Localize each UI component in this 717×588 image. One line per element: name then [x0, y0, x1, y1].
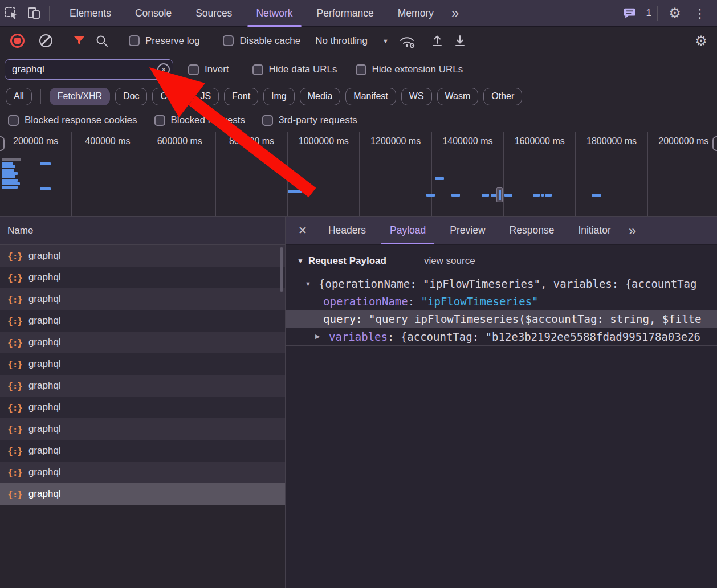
checkbox[interactable]	[262, 115, 273, 126]
details-more-tabs-icon[interactable]: »	[623, 217, 642, 244]
chip-fetch-xhr[interactable]: Fetch/XHR	[50, 88, 110, 105]
label: Blocked requests	[171, 115, 245, 126]
hide-data-urls-checkbox[interactable]: Hide data URLs	[252, 64, 337, 75]
details-tab-response[interactable]: Response	[498, 217, 567, 244]
details-tab-headers[interactable]: Headers	[316, 217, 378, 244]
request-name: graphql	[28, 250, 61, 262]
request-name: graphql	[28, 402, 61, 413]
settings-gear-icon[interactable]: ⚙	[663, 2, 686, 24]
disable-cache-checkbox[interactable]: Disable cache	[223, 35, 300, 47]
payload-token: :	[408, 295, 421, 308]
network-overview-timeline[interactable]: 200000 ms400000 ms600000 ms800000 ms1000…	[0, 132, 717, 217]
chip-manifest[interactable]: Manifest	[345, 88, 396, 105]
details-tab-bar: ✕ HeadersPayloadPreviewResponseInitiator…	[286, 217, 717, 245]
name-column-header[interactable]: Name	[0, 217, 285, 245]
export-har-icon[interactable]	[449, 30, 471, 52]
blocked-requests-checkbox[interactable]: Blocked requests	[154, 115, 245, 126]
request-name: graphql	[28, 380, 61, 391]
chip-ws[interactable]: WS	[401, 88, 432, 105]
3rd-party-requests-checkbox[interactable]: 3rd-party requests	[262, 115, 357, 126]
more-tabs-icon[interactable]: »	[446, 6, 465, 20]
filter-icon[interactable]	[68, 30, 91, 52]
timeline-request-bar	[504, 194, 512, 197]
tab-elements[interactable]: Elements	[58, 0, 123, 27]
tab-console[interactable]: Console	[123, 0, 184, 27]
checkbox[interactable]	[252, 64, 263, 75]
overview-left-grip[interactable]	[0, 136, 5, 151]
network-conditions-icon[interactable]	[396, 30, 418, 52]
chip-media[interactable]: Media	[300, 88, 341, 105]
payload-line[interactable]: query: "query ipFlowTimeseries($accountT…	[286, 310, 717, 328]
request-row[interactable]: {:}graphql	[0, 375, 285, 397]
scrollbar-thumb[interactable]	[280, 247, 283, 292]
request-row[interactable]: {:}graphql	[0, 288, 285, 310]
collapse-disclosure-icon[interactable]: ▼	[305, 280, 315, 287]
invert-checkbox[interactable]: Invert	[188, 64, 229, 75]
request-row[interactable]: {:}graphql	[0, 397, 285, 418]
checkbox[interactable]	[223, 35, 234, 46]
chip-wasm[interactable]: Wasm	[437, 88, 479, 105]
timeline-tick-label: 1400000 ms	[432, 132, 504, 217]
checkbox[interactable]	[356, 64, 366, 75]
blocked-response-cookies-checkbox[interactable]: Blocked response cookies	[8, 115, 137, 126]
payload-tree: ▼{operationName: "ipFlowTimeseries", var…	[286, 275, 717, 346]
request-row[interactable]: {:}graphql	[0, 462, 285, 483]
search-icon[interactable]	[91, 30, 113, 52]
fetch-xhr-icon: {:}	[7, 424, 22, 435]
view-source-link[interactable]: view source	[424, 255, 475, 267]
timeline-request-bar	[40, 162, 51, 165]
expand-disclosure-icon[interactable]: ▶	[315, 333, 325, 340]
timeline-request-bar	[545, 194, 552, 197]
request-row[interactable]: {:}graphql	[0, 332, 285, 353]
chip-js[interactable]: JS	[192, 88, 219, 105]
record-network-log-icon[interactable]	[10, 34, 25, 48]
chip-css[interactable]: CSS	[152, 88, 187, 105]
throttling-dropdown[interactable]: No throttling ▼	[315, 35, 389, 47]
request-row[interactable]: {:}graphql	[0, 418, 285, 440]
request-row[interactable]: {:}graphql	[0, 353, 285, 375]
network-settings-gear-icon[interactable]: ⚙	[690, 30, 712, 52]
overview-right-grip[interactable]	[712, 136, 717, 151]
kebab-menu-icon[interactable]: ⋮	[689, 2, 711, 24]
checkbox[interactable]	[129, 35, 140, 46]
section-disclosure-icon[interactable]: ▼	[297, 257, 304, 265]
checkbox[interactable]	[154, 115, 165, 126]
request-row[interactable]: {:}graphql	[0, 440, 285, 462]
chip-other[interactable]: Other	[483, 88, 522, 105]
payload-line[interactable]: ▶variables: {accountTag: "b12e3b2192ee55…	[286, 328, 717, 345]
tab-sources[interactable]: Sources	[184, 0, 244, 27]
resource-type-filters: AllFetch/XHRDocCSSJSFontImgMediaManifest…	[0, 84, 717, 109]
request-row[interactable]: {:}graphql	[0, 310, 285, 332]
request-row[interactable]: {:}graphql	[0, 483, 285, 505]
chip-img[interactable]: Img	[263, 88, 295, 105]
fetch-xhr-icon: {:}	[7, 359, 22, 370]
issues-count: 1	[646, 7, 651, 19]
timeline-grid: 200000 ms400000 ms600000 ms800000 ms1000…	[0, 132, 717, 217]
payload-line[interactable]: operationName: "ipFlowTimeseries"	[286, 292, 717, 310]
issues-icon[interactable]	[619, 2, 642, 24]
tab-network[interactable]: Network	[244, 0, 304, 27]
label: 3rd-party requests	[279, 115, 357, 126]
tab-performance[interactable]: Performance	[305, 0, 386, 27]
close-details-icon[interactable]: ✕	[286, 217, 316, 244]
tab-memory[interactable]: Memory	[386, 0, 446, 27]
request-row[interactable]: {:}graphql	[0, 267, 285, 288]
payload-line[interactable]: ▼{operationName: "ipFlowTimeseries", var…	[286, 275, 717, 292]
chip-doc[interactable]: Doc	[115, 88, 147, 105]
details-tab-initiator[interactable]: Initiator	[566, 217, 622, 244]
chip-all[interactable]: All	[6, 88, 32, 105]
checkbox[interactable]	[188, 64, 199, 75]
hide-extension-urls-checkbox[interactable]: Hide extension URLs	[356, 64, 463, 75]
device-toolbar-icon[interactable]	[23, 2, 46, 24]
import-har-icon[interactable]	[426, 30, 449, 52]
inspect-element-icon[interactable]	[0, 2, 23, 24]
clear-filter-icon[interactable]: ✕	[157, 63, 170, 76]
filter-input[interactable]	[5, 59, 173, 80]
chip-font[interactable]: Font	[224, 88, 258, 105]
clear-network-log-icon[interactable]	[39, 34, 52, 47]
details-tab-preview[interactable]: Preview	[438, 217, 497, 244]
details-tab-payload[interactable]: Payload	[378, 217, 438, 244]
preserve-log-checkbox[interactable]: Preserve log	[129, 35, 199, 47]
request-row[interactable]: {:}graphql	[0, 245, 285, 267]
checkbox[interactable]	[8, 115, 19, 126]
